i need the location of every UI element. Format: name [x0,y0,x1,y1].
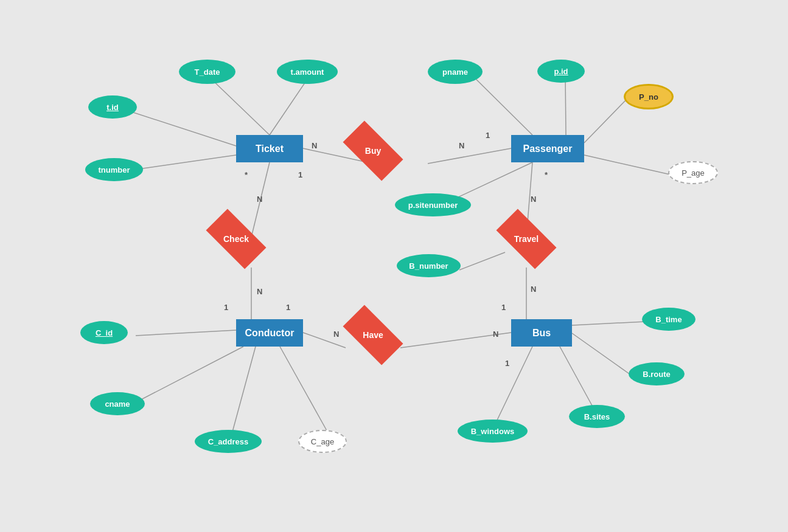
ticket-label: Ticket [256,143,284,154]
svg-line-18 [232,347,256,432]
svg-line-2 [126,110,236,146]
card-conductor-have-1: 1 [286,303,290,312]
t-id-label: t.id [106,103,119,112]
card-check-n-top: N [257,195,262,204]
p-sitenumber-label: p.sitenumber [408,201,458,210]
check-relation[interactable]: Check [209,222,263,255]
svg-line-5 [428,148,511,164]
p-age-label: P_age [682,168,705,178]
t-id-attribute: t.id [88,95,137,119]
t-amount-label: t.amount [291,67,324,77]
bus-entity[interactable]: Bus [511,319,572,347]
pname-label: pname [442,67,468,77]
p-no-attribute: P_no [624,84,674,109]
card-bus-travel-1: 1 [501,303,506,312]
p-id-label: p.id [554,67,568,76]
svg-line-22 [572,322,645,325]
tnumber-attribute: tnumber [85,158,143,181]
have-label: Have [363,330,383,340]
card-travel-n-bottom: N [531,285,536,294]
c-id-label: C_id [96,328,113,337]
card-buy-passenger: N [459,141,464,150]
card-check-n-bottom: N [257,287,262,296]
svg-line-6 [472,75,532,135]
svg-line-15 [459,252,505,270]
check-label: Check [223,234,249,244]
svg-line-9 [584,155,675,176]
p-age-attribute: P_age [668,161,718,184]
svg-line-16 [136,330,236,336]
card-ticket-check-1: 1 [298,170,302,179]
cname-label: cname [105,399,130,409]
pname-attribute: pname [428,60,483,84]
p-id-attribute: p.id [537,60,585,83]
passenger-entity[interactable]: Passenger [511,135,584,162]
t-date-label: T_date [195,67,220,77]
card-passenger-buy-1: 1 [486,131,490,140]
p-sitenumber-attribute: p.sitenumber [395,193,471,216]
svg-line-19 [280,347,327,432]
b-time-attribute: B_time [642,308,696,331]
travel-label: Travel [514,234,539,244]
t-amount-attribute: t.amount [277,60,338,84]
b-time-label: B_time [655,315,682,324]
card-have-n-right: N [493,330,498,339]
b-sites-attribute: B.sites [569,405,625,428]
c-age-label: C_age [311,437,334,446]
conductor-entity[interactable]: Conductor [236,319,303,347]
svg-line-17 [130,347,243,406]
c-address-attribute: C_address [195,430,262,453]
c-id-attribute: C_id [80,321,128,344]
c-address-label: C_address [208,437,248,446]
b-number-label: B_number [409,261,448,271]
svg-line-23 [572,333,633,376]
card-conductor-check-1: 1 [224,303,228,312]
b-route-attribute: B.route [629,362,685,385]
card-travel-n-top: N [531,195,536,204]
tnumber-label: tnumber [99,165,130,174]
b-number-attribute: B_number [397,254,461,277]
card-have-n-left: N [333,330,339,339]
p-no-label: P_no [639,92,658,102]
ticket-entity[interactable]: Ticket [236,135,303,162]
cname-attribute: cname [90,392,145,415]
b-route-label: B.route [643,370,671,379]
b-windows-attribute: B_windows [458,420,528,443]
bus-label: Bus [532,328,551,339]
svg-line-25 [496,347,532,423]
buy-relation[interactable]: Buy [346,134,400,167]
svg-line-20 [303,333,346,348]
card-passenger-star: * [545,170,548,179]
card-bus-have-1: 1 [505,359,509,368]
b-sites-label: B.sites [584,412,610,421]
c-age-attribute: C_age [298,430,347,453]
have-relation[interactable]: Have [346,318,400,351]
card-buy-ticket: N [312,141,317,150]
passenger-label: Passenger [523,143,573,154]
svg-line-8 [584,99,627,143]
t-date-attribute: T_date [179,60,235,84]
travel-relation[interactable]: Travel [499,222,554,255]
buy-label: Buy [365,146,381,156]
conductor-label: Conductor [245,328,295,339]
card-ticket-check-star: * [245,170,248,179]
svg-line-0 [207,75,270,135]
svg-line-7 [565,75,566,135]
b-windows-label: B_windows [471,427,515,436]
